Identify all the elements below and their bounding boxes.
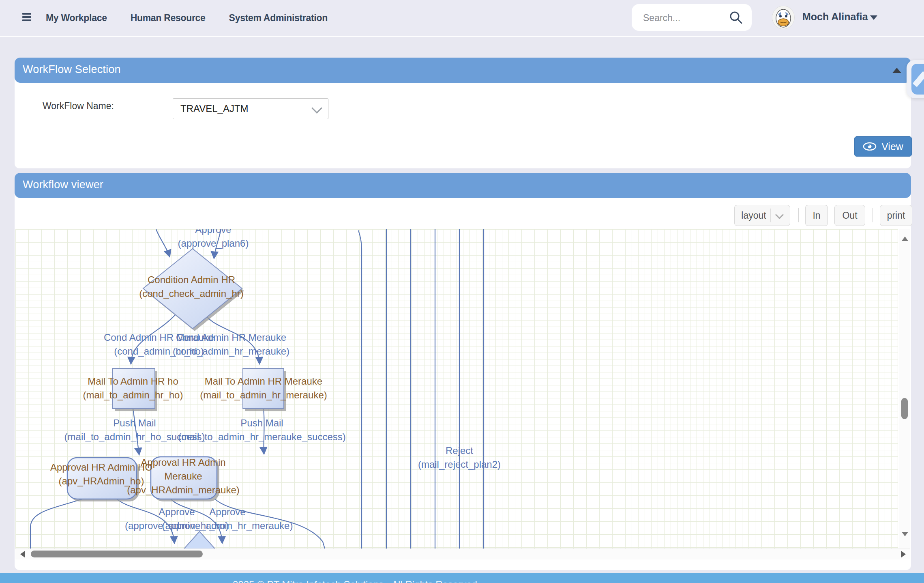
- workflow-name-selected-value: TRAVEL_AJTM: [180, 103, 249, 114]
- edit-floating-button[interactable]: [911, 64, 924, 95]
- edge-push-mail-merauke-line-1: Push Mail: [178, 416, 346, 430]
- search-box: [632, 4, 752, 31]
- layout-button-label: layout: [735, 210, 770, 221]
- search-input[interactable]: [642, 10, 721, 26]
- main-menu: My WorkplaceHuman ResourceSystem Adminis…: [46, 0, 328, 36]
- copyright-text: 2025 © PT Mitra Infotech Solutions - All…: [233, 579, 477, 583]
- edge-approve-plan6-line-2: (approve_plan6): [178, 237, 249, 250]
- nav-item-my-workplace[interactable]: My Workplace: [46, 13, 107, 24]
- node-mail-to-admin-hr-ho-line-1: Mail To Admin HR ho: [83, 374, 183, 388]
- node-approval-hr-admin-merauke[interactable]: Approval HR AdminMerauke(apv_HRAdmin_mer…: [127, 456, 239, 497]
- scroll-left-arrow-icon[interactable]: [20, 551, 25, 557]
- toolbar-separator: [872, 208, 873, 222]
- layout-chevron-down-icon: [775, 210, 784, 219]
- view-button[interactable]: View: [854, 136, 912, 157]
- node-mail-to-admin-hr-merauke-line-1: Mail To Admin HR Merauke: [200, 374, 327, 388]
- workflow-selection-body: [15, 71, 911, 168]
- eye-icon: [863, 142, 877, 151]
- workflow-name-select[interactable]: TRAVEL_AJTM: [173, 98, 328, 119]
- zoom-in-button[interactable]: In: [805, 205, 828, 226]
- edge-approve-admin-hr-merauke-line-2: (approve_admin_hr_merauke): [162, 519, 293, 533]
- node-approval-hr-admin-merauke-line-3: (apv_HRAdmin_merauke): [127, 483, 239, 497]
- workflow-selection-header: WorkFlow Selection: [15, 58, 911, 83]
- user-menu-caret-icon[interactable]: [870, 15, 877, 20]
- user-name[interactable]: Moch Alinafia: [802, 11, 868, 23]
- workflow-viewer-title: Workflow viewer: [23, 179, 103, 191]
- node-condition-admin-hr-line-2: (cond_check_admin_hr): [139, 287, 243, 301]
- edge-approve-plan6-line-1: Approve: [178, 229, 249, 237]
- footer: 2025 © PT Mitra Infotech Solutions - All…: [0, 573, 924, 583]
- collapse-panel-icon[interactable]: [892, 68, 901, 73]
- scroll-right-arrow-icon[interactable]: [901, 551, 906, 557]
- scroll-up-arrow-icon[interactable]: [902, 237, 908, 241]
- node-mail-to-admin-hr-merauke[interactable]: Mail To Admin HR Merauke(mail_to_admin_h…: [200, 374, 327, 402]
- edge-approve-admin-hr-merauke-line-1: Approve: [162, 505, 293, 519]
- horizontal-scrollbar[interactable]: [15, 549, 910, 559]
- node-mail-to-admin-hr-merauke-line-2: (mail_to_admin_hr_merauke): [200, 388, 327, 402]
- workflow-viewer-header: Workflow viewer: [15, 173, 911, 198]
- edge-cond-admin-hr-merauke-line-1: Cond Admin HR Merauke: [173, 331, 289, 344]
- node-condition-admin-hr[interactable]: Condition Admin HR(cond_check_admin_hr): [139, 273, 243, 301]
- view-button-label: View: [881, 141, 903, 153]
- edge-push-mail-merauke-line-2: (mail_to_admin_hr_merauke_success): [178, 430, 346, 444]
- floating-widget: [907, 60, 924, 98]
- edge-approve-admin-hr-merauke: Approve(approve_admin_hr_merauke): [162, 505, 293, 533]
- pencil-icon: [913, 71, 924, 87]
- zoom-out-button[interactable]: Out: [834, 205, 865, 226]
- page: My WorkplaceHuman ResourceSystem Adminis…: [0, 0, 924, 583]
- vertical-scrollbar[interactable]: [899, 229, 910, 549]
- edge-cond-admin-hr-merauke: Cond Admin HR Merauke(cond_admin_hr_mera…: [173, 331, 289, 358]
- node-mail-to-admin-hr-ho-line-2: (mail_to_admin_hr_ho): [83, 388, 183, 402]
- workflow-selection-title: WorkFlow Selection: [23, 63, 121, 76]
- user-avatar[interactable]: [772, 6, 795, 29]
- search-icon[interactable]: [729, 11, 743, 24]
- toolbar-separator: [798, 208, 799, 222]
- edge-push-mail-merauke: Push Mail(mail_to_admin_hr_merauke_succe…: [178, 416, 346, 444]
- workflow-diagram-canvas[interactable]: Approve(approve_plan6)Condition Admin HR…: [15, 229, 898, 549]
- node-approval-hr-admin-merauke-line-1: Approval HR Admin: [127, 456, 239, 469]
- layout-split-divider: [770, 209, 771, 222]
- vertical-scrollbar-thumb[interactable]: [901, 398, 908, 419]
- workflow-name-label: WorkFlow Name:: [43, 101, 114, 112]
- edge-cond-admin-hr-merauke-line-2: (cond_admin_hr_merauke): [173, 344, 289, 358]
- edge-approve-plan6: Approve(approve_plan6): [178, 229, 249, 250]
- scroll-down-arrow-icon[interactable]: [902, 532, 908, 536]
- top-navbar: My WorkplaceHuman ResourceSystem Adminis…: [0, 0, 924, 37]
- nav-item-human-resource[interactable]: Human Resource: [131, 13, 206, 24]
- hamburger-menu-icon[interactable]: [22, 13, 31, 24]
- node-approval-hr-admin-merauke-line-2: Merauke: [127, 469, 239, 483]
- edge-reject: Reject(mail_reject_plan2): [418, 444, 501, 471]
- edge-reject-line-2: (mail_reject_plan2): [418, 458, 501, 471]
- layout-button[interactable]: layout: [734, 205, 790, 226]
- print-button[interactable]: print: [880, 205, 912, 226]
- edge-reject-line-1: Reject: [418, 444, 501, 458]
- nav-item-system-administration[interactable]: System Administration: [229, 13, 328, 24]
- horizontal-scrollbar-thumb[interactable]: [31, 551, 203, 557]
- select-chevron-down-icon: [311, 103, 322, 114]
- node-mail-to-admin-hr-ho[interactable]: Mail To Admin HR ho(mail_to_admin_hr_ho): [83, 374, 183, 402]
- node-condition-admin-hr-line-1: Condition Admin HR: [139, 273, 243, 287]
